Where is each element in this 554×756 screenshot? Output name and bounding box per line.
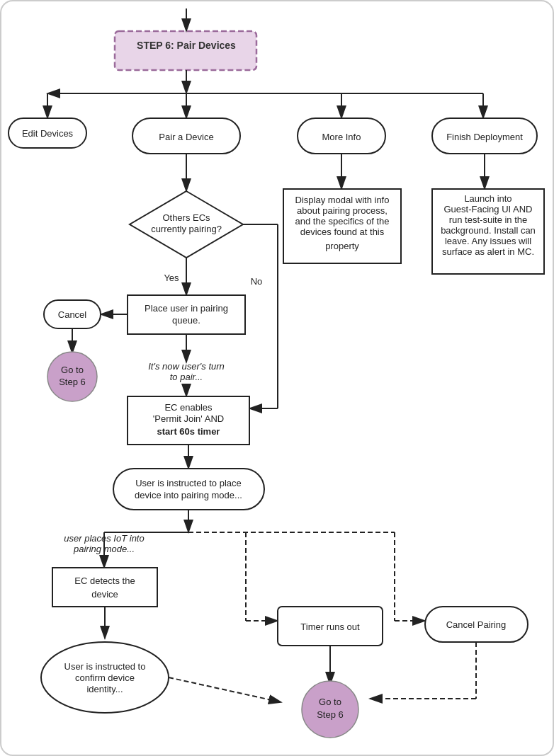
user-confirm-text3: identity... — [86, 684, 123, 694]
more-info-text4: devices found at this — [300, 227, 385, 237]
finish-text2: Guest-Facing UI AND — [444, 204, 533, 214]
timer-text: Timer runs out — [300, 622, 360, 632]
edit-devices-label: Edit Devices — [22, 128, 74, 139]
finish-deployment-label: Finish Deployment — [446, 132, 523, 142]
more-info-text3: and the specifics of the — [295, 216, 390, 227]
goto-step6b-text1: Go to — [319, 697, 341, 707]
users-turn-text2: to pair... — [170, 372, 203, 382]
step6-label: STEP 6: Pair Devices — [137, 40, 236, 51]
queue-text2: queue. — [172, 315, 200, 326]
more-info-text1: Display modal with info — [295, 195, 390, 205]
others-ec-text1: Others ECs — [162, 212, 210, 223]
user-instructed-text1: User is instructed to place — [135, 478, 242, 488]
ec-enables-text1: EC enables — [164, 402, 213, 413]
queue-text1: Place user in pairing — [145, 303, 228, 314]
user-confirm-text1: User is instructed to — [64, 661, 146, 672]
diagram-container: STEP 6: Pair Devices Edit Devices Pair a… — [0, 0, 554, 756]
ec-detects-box — [52, 568, 157, 607]
more-info-text5: property — [325, 241, 359, 251]
cancel-pairing-label: Cancel Pairing — [446, 619, 507, 630]
finish-text6: surface as alert in MC. — [442, 246, 534, 257]
ec-detects-text1: EC detects the — [74, 575, 135, 586]
more-info-text2: about pairing process, — [297, 205, 388, 216]
others-ec-text2: currently pairing? — [151, 224, 222, 234]
users-turn-text1: It's now user's turn — [148, 361, 225, 372]
ec-detects-text2: device — [91, 589, 118, 600]
ec-enables-text2: 'Permit Join' AND — [153, 413, 224, 424]
finish-text5: leave. Any issues will — [445, 236, 531, 246]
ec-enables-text3: start 60s timer — [157, 426, 220, 437]
finish-text3: run test-suite in the — [449, 214, 528, 225]
user-instructed-oval — [113, 469, 264, 510]
goto-step6a-text2: Step 6 — [59, 377, 86, 387]
pair-device-label: Pair a Device — [159, 132, 213, 142]
finish-text1: Launch into — [464, 193, 511, 204]
dashed-confirm-to-goto — [169, 677, 281, 702]
user-confirm-text2: confirm device — [75, 672, 135, 683]
cancel-label: Cancel — [58, 309, 87, 320]
user-instructed-text2: device into pairing mode... — [135, 490, 242, 500]
no-label: No — [251, 276, 263, 287]
goto-step6b-text2: Step 6 — [317, 709, 344, 720]
finish-text4: background. Install can — [441, 225, 536, 236]
goto-step6a-text1: Go to — [61, 365, 84, 375]
more-info-label: More Info — [322, 132, 361, 142]
yes-label: Yes — [164, 273, 179, 283]
